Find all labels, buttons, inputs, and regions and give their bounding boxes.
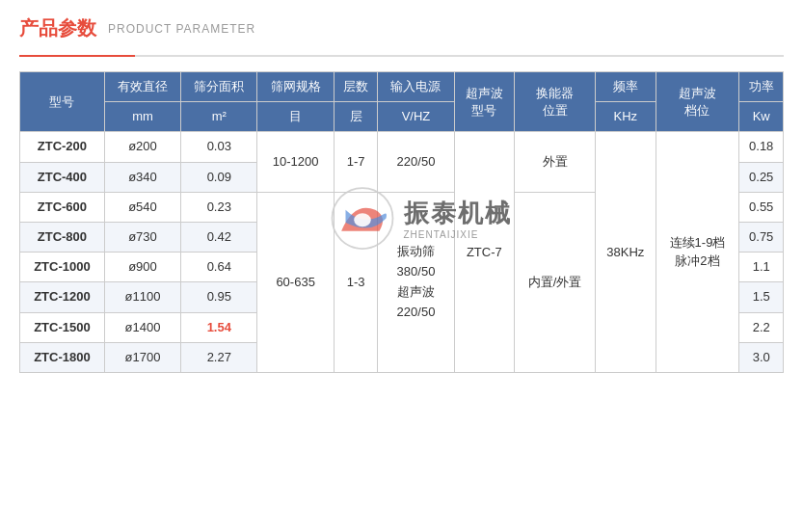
header-frequency-unit: KHz <box>596 102 656 132</box>
cell-area red-text: 0.64 <box>181 253 257 282</box>
header-transducer: 换能器位置 <box>515 72 596 132</box>
cell-transducer-2: 内置/外置 <box>515 192 596 372</box>
cell-diameter: ø340 <box>104 162 180 192</box>
page-title-en: PRODUCT PARAMETER <box>108 22 255 36</box>
cell-wattage: 1.5 <box>739 282 784 312</box>
page-wrapper: 产品参数 PRODUCT PARAMETER 振泰机械 ZHENTAIJIXIE <box>0 0 803 532</box>
cell-transducer-1: 外置 <box>515 132 596 192</box>
header-wattage: 功率 <box>739 72 784 102</box>
product-table: 型号 有效直径 筛分面积 筛网规格 层数 输入电源 超声波型号 换能器位置 频率… <box>19 71 784 373</box>
header-wattage-unit: Kw <box>739 102 784 132</box>
cell-diameter: ø540 <box>104 192 180 222</box>
cell-diameter: ø900 <box>104 253 180 282</box>
header-gear: 超声波档位 <box>656 72 739 132</box>
header-mesh: 筛网规格 <box>257 72 334 102</box>
cell-area: 1.54 <box>181 312 257 342</box>
cell-gear: 连续1-9档 脉冲2档 <box>656 132 739 373</box>
cell-layers-1: 1-7 <box>334 132 378 192</box>
header-underline <box>19 55 784 57</box>
cell-area: 0.23 <box>181 192 257 222</box>
cell-wattage: 0.18 <box>739 132 784 162</box>
cell-mesh-2: 60-635 <box>257 192 334 372</box>
page-title-cn: 产品参数 <box>19 15 96 41</box>
table-wrapper: 振泰机械 ZHENTAIJIXIE 型号 有效直径 筛分面积 筛网规格 层数 输… <box>19 71 784 373</box>
cell-diameter: ø1400 <box>104 312 180 342</box>
cell-area: 0.42 <box>181 222 257 252</box>
cell-wattage: 2.2 <box>739 312 784 342</box>
cell-diameter: ø1100 <box>104 282 180 312</box>
header-ultrasonic-model: 超声波型号 <box>454 72 514 132</box>
cell-model: ZTC-1200 <box>20 282 105 312</box>
cell-area: 0.03 <box>181 132 257 162</box>
cell-layers-2: 1-3 <box>334 192 378 372</box>
header-model: 型号 <box>20 72 105 132</box>
cell-model: ZTC-1500 <box>20 312 105 342</box>
header-frequency: 频率 <box>596 72 656 102</box>
cell-power-2: 振动筛 380/50 超声波 220/50 <box>378 192 454 372</box>
header-power: 输入电源 <box>378 72 454 102</box>
cell-wattage: 0.75 <box>739 222 784 252</box>
cell-wattage: 3.0 <box>739 342 784 372</box>
cell-model: ZTC-400 <box>20 162 105 192</box>
cell-mesh-1: 10-1200 <box>257 132 334 192</box>
cell-model: ZTC-200 <box>20 132 105 162</box>
table-row: ZTC-200 ø200 0.03 10-1200 1-7 220/50 ZTC… <box>20 132 784 162</box>
header-area: 筛分面积 <box>181 72 257 102</box>
cell-ultrasonic-model: ZTC-7 <box>454 132 514 373</box>
cell-wattage: 1.1 <box>739 253 784 282</box>
cell-area: 0.95 <box>181 282 257 312</box>
cell-model: ZTC-1000 <box>20 253 105 282</box>
cell-frequency: 38KHz <box>596 132 656 373</box>
header-power-unit: V/HZ <box>378 102 454 132</box>
page-header: 产品参数 PRODUCT PARAMETER <box>19 15 784 41</box>
cell-diameter: ø200 <box>104 132 180 162</box>
cell-area: 2.27 <box>181 342 257 372</box>
cell-model: ZTC-1800 <box>20 342 105 372</box>
header-area-unit: m² <box>181 102 257 132</box>
cell-diameter: ø730 <box>104 222 180 252</box>
header-layers: 层数 <box>334 72 378 102</box>
cell-power-1: 220/50 <box>378 132 454 192</box>
cell-model: ZTC-600 <box>20 192 105 222</box>
header-layers-unit: 层 <box>334 102 378 132</box>
cell-diameter: ø1700 <box>104 342 180 372</box>
cell-model: ZTC-800 <box>20 222 105 252</box>
cell-wattage: 0.25 <box>739 162 784 192</box>
cell-area: 0.09 <box>181 162 257 192</box>
header-diameter: 有效直径 <box>104 72 180 102</box>
header-diameter-unit: mm <box>104 102 180 132</box>
header-mesh-unit: 目 <box>257 102 334 132</box>
cell-wattage: 0.55 <box>739 192 784 222</box>
